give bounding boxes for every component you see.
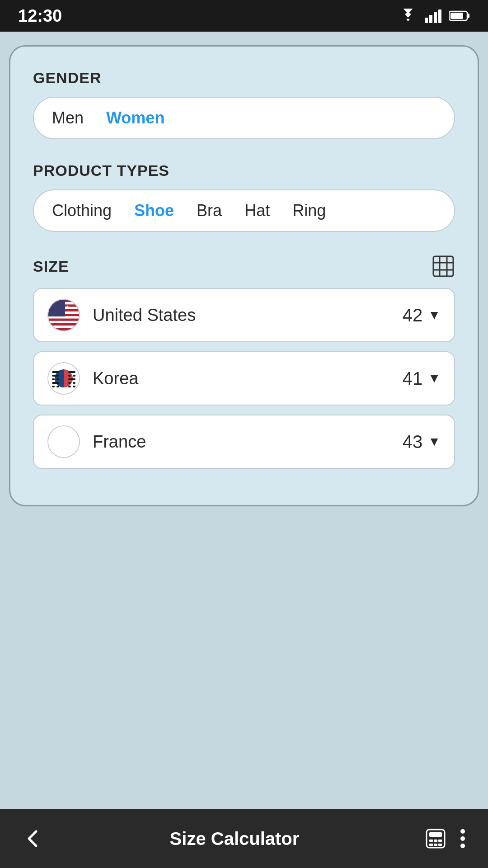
flag-kr (47, 362, 80, 395)
back-button[interactable] (23, 828, 44, 849)
gender-label: GENDER (33, 69, 455, 87)
country-row-us[interactable]: ★★★★★ ★★★★ United States 42 ▼ (33, 288, 455, 342)
svg-rect-31 (68, 378, 75, 380)
country-size-kr: 41 (403, 368, 423, 389)
status-icons (399, 9, 470, 23)
svg-rect-0 (425, 18, 428, 23)
main-area: GENDER Men Women PRODUCT TYPES Clothing … (0, 32, 488, 809)
country-name-fr: France (93, 432, 403, 452)
svg-rect-29 (68, 375, 71, 377)
svg-rect-34 (56, 386, 59, 387)
size-header: SIZE (33, 255, 455, 278)
svg-point-49 (460, 836, 465, 841)
svg-rect-3 (438, 9, 441, 23)
svg-rect-19 (48, 300, 65, 316)
svg-rect-32 (52, 382, 59, 384)
svg-point-39 (48, 426, 79, 457)
product-type-selector: Clothing Shoe Bra Hat Ring (33, 189, 455, 232)
country-size-us: 42 (403, 305, 423, 326)
svg-text:★★★★: ★★★★ (49, 310, 64, 315)
svg-rect-1 (429, 15, 432, 23)
svg-rect-2 (434, 12, 437, 23)
signal-icon (425, 9, 442, 23)
calculator-icon[interactable] (425, 828, 446, 849)
dropdown-arrow-us: ▼ (428, 308, 441, 322)
country-row-fr[interactable]: France 43 ▼ (33, 415, 455, 469)
svg-rect-15 (48, 311, 79, 314)
svg-rect-27 (56, 378, 59, 380)
svg-rect-18 (48, 326, 79, 328)
svg-rect-36 (73, 382, 75, 384)
table-grid-icon[interactable] (432, 255, 455, 278)
gender-option-women[interactable]: Women (102, 106, 169, 130)
svg-rect-42 (429, 840, 433, 842)
gender-option-men[interactable]: Men (47, 106, 88, 130)
svg-rect-13 (48, 302, 79, 304)
bottom-bar: Size Calculator (0, 809, 488, 868)
svg-rect-41 (429, 832, 442, 837)
card: GENDER Men Women PRODUCT TYPES Clothing … (9, 45, 479, 506)
svg-rect-25 (52, 375, 59, 377)
size-label: SIZE (33, 258, 69, 275)
svg-point-50 (460, 844, 465, 848)
svg-rect-5 (467, 14, 469, 18)
svg-rect-7 (433, 256, 453, 276)
product-shoe[interactable]: Shoe (130, 198, 178, 223)
dropdown-arrow-fr: ▼ (428, 434, 441, 449)
svg-rect-47 (438, 844, 442, 846)
country-name-kr: Korea (93, 369, 403, 388)
country-name-us: United States (93, 306, 403, 325)
svg-rect-24 (52, 371, 59, 373)
more-options-icon[interactable] (460, 828, 465, 849)
svg-rect-33 (52, 386, 55, 387)
product-ring[interactable]: Ring (288, 198, 330, 223)
product-hat[interactable]: Hat (240, 198, 274, 223)
status-bar: 12:30 (0, 0, 488, 32)
svg-rect-37 (68, 386, 71, 387)
dropdown-arrow-kr: ▼ (428, 371, 441, 386)
wifi-icon (399, 9, 418, 23)
svg-rect-38 (73, 386, 75, 387)
svg-rect-44 (438, 840, 442, 842)
svg-rect-6 (450, 13, 463, 19)
status-time: 12:30 (18, 6, 62, 26)
svg-point-48 (460, 829, 465, 834)
svg-rect-46 (434, 844, 437, 846)
gender-selector: Men Women (33, 97, 455, 139)
country-row-kr[interactable]: Korea 41 ▼ (33, 351, 455, 406)
flag-fr (47, 425, 80, 458)
svg-rect-35 (68, 382, 71, 384)
product-clothing[interactable]: Clothing (47, 198, 116, 223)
country-size-fr: 43 (403, 432, 423, 452)
svg-rect-17 (48, 321, 79, 323)
svg-text:★★★★★: ★★★★★ (48, 304, 70, 311)
svg-rect-28 (68, 371, 75, 373)
flag-us: ★★★★★ ★★★★ (47, 299, 80, 331)
product-bra[interactable]: Bra (192, 198, 226, 223)
svg-rect-43 (434, 840, 437, 842)
svg-rect-14 (48, 307, 79, 309)
product-types-label: PRODUCT TYPES (33, 162, 455, 179)
svg-rect-26 (52, 378, 55, 380)
bottom-bar-title: Size Calculator (44, 829, 425, 849)
svg-rect-30 (73, 375, 75, 377)
battery-icon (449, 9, 470, 22)
svg-rect-16 (48, 316, 79, 318)
svg-rect-45 (429, 844, 433, 846)
